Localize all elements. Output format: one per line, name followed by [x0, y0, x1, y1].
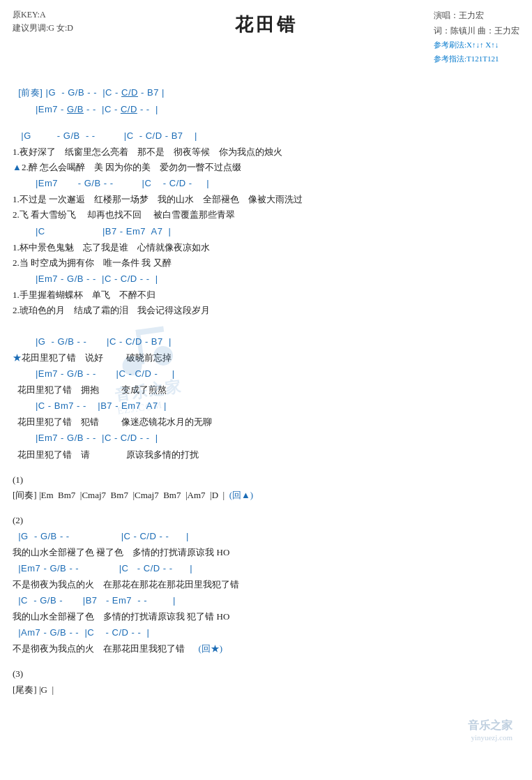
verse1-section: |G - G/B - - |C - C/D - B7 | 1.夜好深了 纸窗里怎… — [13, 128, 519, 318]
section1-interlude: [间奏] |Em Bm7 |Cmaj7 Bm7 |Cmaj7 Bm7 |Am7 … — [13, 488, 519, 503]
chorus-lyric-1: ★花田里犯了错 说好 破晓前忘掉 — [13, 350, 519, 366]
footer-logo: 音乐之家 — [468, 719, 512, 731]
chorus-lyric-4: 花田里犯了错 请 原谅我多情的打扰 — [13, 447, 519, 463]
s2-lyric-1: 我的山水全部褪了色 褪了色 多情的打扰请原谅我 HO — [13, 545, 519, 560]
chorus-chord-1: |G - G/B - - |C - C/D - B7 | — [13, 333, 519, 350]
page: 原KEY:A 建议男调:G 女:D 花田错 演唱：王力宏 词：陈镇川 曲：王力宏… — [0, 0, 532, 749]
key-label: 原KEY:A — [13, 8, 73, 22]
s2-chord-2: |Em7 - G/B - - |C - C/D - - | — [13, 560, 519, 577]
s2-lyric-2: 不是彻夜为我点的火 在那花在那花在那花田里我犯了错 — [13, 577, 519, 592]
v1-lyric-5: 1.杯中景色鬼魅 忘了我是谁 心情就像夜凉如水 — [13, 240, 519, 255]
chorus-chord-3: |C - Bm7 - - |B7 - Em7 A7 | — [13, 398, 519, 414]
s2-lyric-4: 不是彻夜为我点的火 在那花田里我犯了错 (回★) — [13, 641, 519, 657]
v1-lyric-6: 2.当 时空成为拥有你 唯一条件 我 又醉 — [13, 255, 519, 271]
prelude-chord-2: |Em7 - G/B - - |C - C/D - - | — [13, 101, 519, 118]
v1-chord-2: |Em7 - G/B - - |C - C/D - | — [13, 175, 519, 192]
section1-label: (1) — [13, 472, 519, 488]
ref-strum: 参考刷法:X↑↓↑ X↑↓ — [434, 38, 519, 52]
footer: 音乐之家 yinyuezj.com — [13, 719, 519, 742]
section3-label: (3) — [13, 666, 519, 682]
singer: 演唱：王力宏 — [434, 8, 519, 24]
section1: (1) [间奏] |Em Bm7 |Cmaj7 Bm7 |Cmaj7 Bm7 |… — [13, 472, 519, 503]
v1-chord-4: |Em7 - G/B - - |C - C/D - - | — [13, 271, 519, 287]
section3: (3) [尾奏] |G | — [13, 666, 519, 697]
suggest-label: 建议男调:G 女:D — [13, 22, 73, 35]
chorus-section: |G - G/B - - |C - C/D - B7 | ★花田里犯了错 说好 … — [13, 333, 519, 463]
v1-lyric-3: 1.不过是 一次邂逅 红楼那一场梦 我的山水 全部褪色 像被大雨洗过 — [13, 192, 519, 207]
s2-chord-3: |C - G/B - |B7 - Em7 - - | — [13, 592, 519, 609]
meta-right: 演唱：王力宏 词：陈镇川 曲：王力宏 参考刷法:X↑↓↑ X↑↓ 参考指法:T1… — [434, 8, 519, 66]
v1-lyric-4: 2.飞 看大雪纷飞 却再也找不回 被白雪覆盖那些青翠 — [13, 207, 519, 223]
ref-finger: 参考指法:T121T121 — [434, 52, 519, 66]
s2-chord-4: |Am7 - G/B - - |C - C/D - - | — [13, 624, 519, 641]
section2: (2) |G - G/B - - |C - C/D - - | 我的山水全部褪了… — [13, 513, 519, 657]
v1-chord-1: |G - G/B - - |C - C/D - B7 | — [13, 128, 519, 144]
chorus-chord-4: |Em7 - G/B - - |C - C/D - - | — [13, 430, 519, 447]
s2-lyric-3: 我的山水全部褪了色 多情的打扰请原谅我 犯了错 HO — [13, 609, 519, 624]
v1-lyric-2: ▲2.醉 怎么会喝醉 美 因为你的美 爱勿勿一瞥不过点缀 — [13, 160, 519, 175]
v1-chord-3: |C |B7 - Em7 A7 | — [13, 223, 519, 240]
meta-left: 原KEY:A 建议男调:G 女:D — [13, 8, 73, 35]
chorus-chord-2: |Em7 - G/B - - |C - C/D - | — [13, 366, 519, 382]
prelude-chord-1: [前奏] |G - G/B - - |C - C/D - B7 | — [13, 84, 519, 101]
v1-lyric-8: 2.琥珀色的月 结成了霜的泪 我会记得这段岁月 — [13, 303, 519, 318]
s2-chord-1: |G - G/B - - |C - C/D - - | — [13, 528, 519, 545]
prelude-section: [前奏] |G - G/B - - |C - C/D - B7 | |Em7 -… — [13, 84, 519, 118]
v1-lyric-7: 1.手里握着蝴蝶杯 单飞 不醉不归 — [13, 287, 519, 303]
section3-outro: [尾奏] |G | — [13, 682, 519, 698]
footer-url: yinyuezj.com — [13, 733, 512, 742]
section2-label: (2) — [13, 513, 519, 528]
v1-lyric-1: 1.夜好深了 纸窗里怎么亮着 那不是 彻夜等候 你为我点的烛火 — [13, 144, 519, 160]
lyricist: 词：陈镇川 曲：王力宏 — [434, 24, 519, 39]
chorus-lyric-3: 花田里犯了错 犯错 像迷恋镜花水月的无聊 — [13, 414, 519, 430]
chorus-lyric-2: 花田里犯了错 拥抱 变成了煎熬 — [13, 382, 519, 398]
